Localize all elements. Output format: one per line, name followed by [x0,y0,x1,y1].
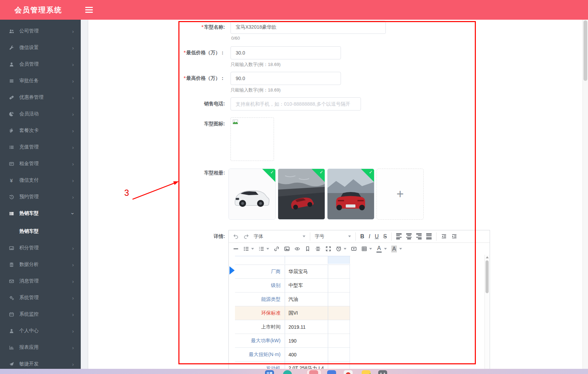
caret-down-icon[interactable] [251,248,254,250]
sidebar-item-member-activity[interactable]: 会员活动› [0,106,81,122]
caret-down-icon[interactable] [399,248,402,250]
car-photo-white-suv[interactable]: ✓ [228,169,276,220]
check-icon: ✓ [270,170,274,175]
sidebar-item-reservation-mgmt[interactable]: 预约管理› [0,189,81,205]
min-price-input[interactable] [231,46,341,59]
max-price-input[interactable] [231,72,341,85]
sidebar-item-data-analysis[interactable]: 数据分析› [0,256,81,273]
align-center-icon[interactable] [406,233,412,239]
sidebar-subitem-hot-models[interactable]: 热销车型 [0,223,81,240]
caret-down-icon[interactable] [344,248,346,250]
clock-icon[interactable] [336,246,342,252]
white-red-dot-app-icon[interactable] [344,370,353,374]
underline-button[interactable]: U [375,233,379,240]
caret-down-icon[interactable] [369,248,372,250]
car-photo-red-sports-car[interactable]: ✓ [278,169,325,220]
chevron-right-icon: › [72,178,74,183]
sidebar-item-rent-mgmt[interactable]: 租金管理› [0,155,81,172]
indent-icon[interactable] [451,233,457,239]
ticket-icon [8,95,14,100]
caret-down-icon[interactable] [266,248,269,250]
list-icon [8,78,14,84]
page-scrollbar[interactable] [582,20,588,374]
italic-button[interactable]: I [369,233,370,240]
chevron-right-icon: › [72,145,74,150]
align-justify-icon[interactable] [426,233,432,239]
font-color-icon[interactable]: A [376,245,382,253]
sidebar-item-member-mgmt[interactable]: 会员管理› [0,56,81,73]
credit-card-icon [8,161,14,166]
strikethrough-button[interactable]: S [383,233,387,240]
chevron-right-icon: › [72,62,74,67]
table-icon [8,211,14,216]
bold-button[interactable]: B [360,233,364,240]
list-alt-icon [8,145,14,150]
scrollbar-thumb[interactable] [584,20,587,81]
scrollbar-thumb[interactable] [486,260,489,293]
page-break-icon[interactable] [315,246,321,252]
database-icon [8,262,14,267]
sidebar-item-wechat-pay[interactable]: ¥ 微信支付› [0,172,81,189]
font-family-select[interactable]: 字体 [254,233,305,240]
font-size-select[interactable]: 字号 [315,233,351,240]
sidebar-item-package-cards[interactable]: 套餐次卡› [0,122,81,139]
sidebar-item-recharge-mgmt[interactable]: 充值管理› [0,139,81,155]
check-icon: ✓ [369,170,373,175]
min-price-label: *最低价格（万）： [135,50,225,56]
app-header: 会员管理系统 [0,0,588,20]
sidebar-item-system-mgmt[interactable]: 系统管理› [0,289,81,306]
sidebar-item-points-mgmt[interactable]: 积分管理› [0,240,81,256]
fullscreen-icon[interactable] [325,246,331,252]
sidebar-item-wechat-settings[interactable]: 微信设置› [0,39,81,56]
sidebar-item-hot-models[interactable]: 热销车型› [0,205,81,222]
menu-toggle-icon[interactable] [85,7,93,14]
active-pink-app-icon[interactable] [309,370,318,374]
undo-icon[interactable] [233,233,239,239]
bookmark-icon[interactable] [305,246,311,252]
model-name-input[interactable] [231,21,386,34]
chevron-right-icon: › [72,312,74,317]
redo-icon[interactable] [243,233,249,239]
unordered-list-icon[interactable] [243,246,249,252]
chevron-right-icon: › [72,194,74,200]
sales-phone-input[interactable] [231,97,361,111]
add-photo-button[interactable]: + [376,169,424,220]
editor-scrollbar[interactable] [484,255,490,374]
align-right-icon[interactable] [416,233,422,239]
background-color-icon[interactable]: A [391,246,397,252]
sidebar-item-coupon-mgmt[interactable]: 优惠券管理› [0,89,81,106]
link-icon[interactable] [274,246,280,252]
chevron-right-icon: › [72,262,74,267]
chevron-right-icon: › [72,29,74,34]
chevron-right-icon: › [72,112,74,117]
ordered-list-icon[interactable] [258,246,264,252]
outdent-icon[interactable] [441,233,447,239]
row-marker-icon [229,266,235,275]
pie-chart-icon [8,112,14,117]
yen-icon: ¥ [8,178,14,183]
align-left-icon[interactable] [396,233,402,239]
sidebar-item-approval-tasks[interactable]: 审批任务› [0,73,81,89]
gray-dots-app-icon[interactable] [378,370,387,374]
table-icon[interactable] [361,246,367,252]
editor-content[interactable]: 厂商 华晨宝马 级别 中型车 能源类型 汽油 环保标准 国VI 上市时间 201… [229,255,490,374]
sidebar-item-personal-center[interactable]: 个人中心› [0,323,81,339]
model-icon-upload[interactable] [231,117,274,161]
blue-app-icon[interactable] [327,370,336,374]
video-icon[interactable] [351,246,357,252]
sidebar-item-report-apps[interactable]: 报表应用› [0,339,81,356]
caret-down-icon[interactable] [384,248,387,250]
sidebar-item-company-mgmt[interactable]: 公司管理› [0,23,81,39]
teal-app-icon[interactable] [283,370,292,374]
sidebar-item-system-monitor[interactable]: 系统监控› [0,306,81,323]
car-photo-red-convertible[interactable]: ✓ [327,169,374,220]
preview-eye-icon[interactable] [294,246,300,252]
chevron-right-icon: › [72,246,74,251]
yellow-app-icon[interactable] [362,370,371,374]
image-icon[interactable] [284,246,290,252]
sidebar-item-message-mgmt[interactable]: 消息管理› [0,273,81,289]
blue-grid-app-icon[interactable] [265,370,274,374]
horizontal-rule-icon[interactable] [233,246,239,252]
table-row: 最大功率(kW) 190 [235,334,350,348]
scroll-up-icon[interactable] [486,256,489,258]
